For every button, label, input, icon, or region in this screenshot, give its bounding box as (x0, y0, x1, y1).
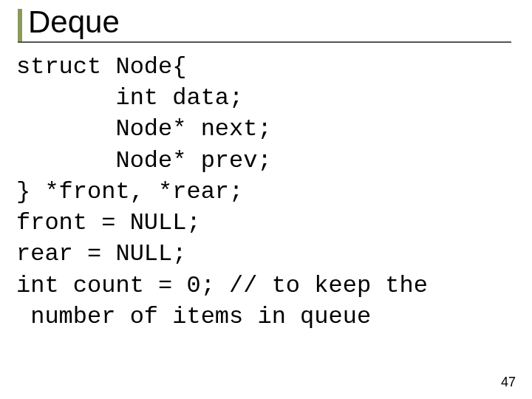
page-number: 47 (501, 375, 516, 390)
code-block: struct Node{ int data; Node* next; Node*… (16, 52, 516, 332)
slide: Deque struct Node{ int data; Node* next;… (0, 0, 532, 399)
title-area: Deque (28, 6, 510, 38)
code-line: struct Node{ (16, 53, 186, 81)
code-line: rear = NULL; (16, 240, 186, 267)
code-line: Node* prev; (16, 147, 272, 174)
slide-title: Deque (28, 6, 510, 38)
code-line: int data; (16, 84, 243, 112)
code-line: front = NULL; (16, 209, 201, 236)
title-accent-bar (18, 9, 22, 41)
code-line: int count = 0; // to keep the (16, 272, 428, 299)
code-line: number of items in queue (16, 303, 371, 330)
title-underline (18, 41, 511, 43)
code-line: Node* next; (16, 115, 272, 143)
code-line: } *front, *rear; (16, 178, 243, 205)
